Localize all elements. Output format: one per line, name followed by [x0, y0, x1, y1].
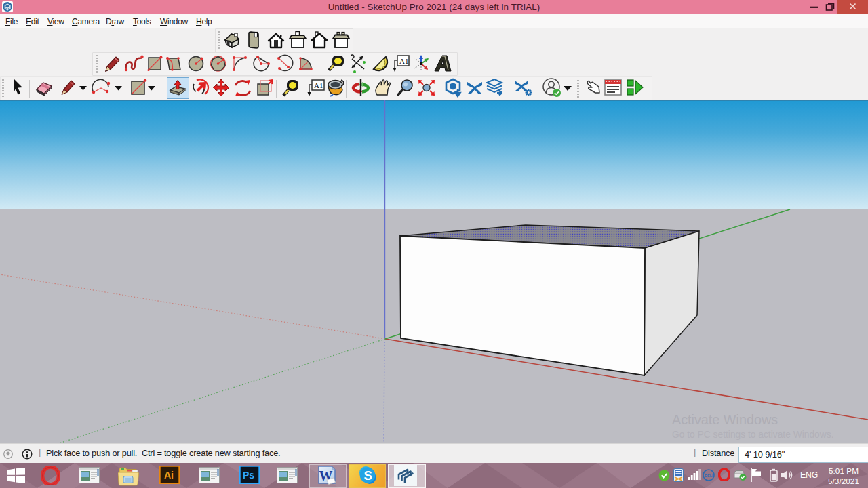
svg-text:A1: A1	[314, 81, 323, 89]
svg-text:Ai: Ai	[164, 470, 174, 481]
svg-text:Go to PC settings to activate: Go to PC settings to activate Windows.	[672, 430, 833, 440]
svg-text:DELL: DELL	[705, 474, 715, 478]
svg-text:Activate Windows: Activate Windows	[672, 412, 778, 427]
svg-text:A1: A1	[399, 57, 408, 65]
svg-text:S: S	[364, 468, 372, 483]
svg-text:Ps: Ps	[243, 470, 254, 481]
